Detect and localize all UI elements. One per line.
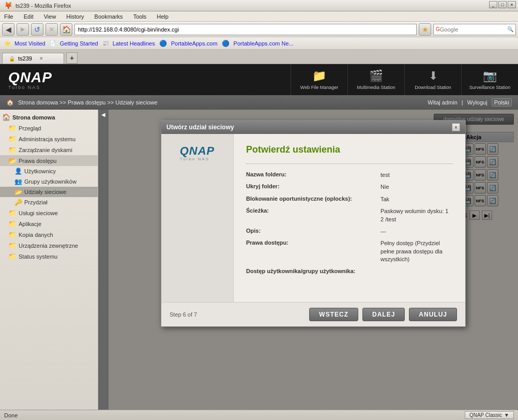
back-button[interactable]: ◀	[2, 23, 14, 36]
menu-bookmarks[interactable]: Bookmarks	[93, 12, 125, 21]
form-label-hide: Ukryj folder:	[246, 183, 380, 191]
search-input[interactable]	[440, 26, 507, 33]
nav-download-station[interactable]: ⬇ Download Station	[404, 64, 461, 95]
sidebar-network-services-label: Usługi sieciowe	[19, 210, 58, 216]
qnap-subtitle: Turbo NAS	[8, 85, 52, 90]
sidebar-item-admin[interactable]: 📁 Administracja systemu	[0, 133, 98, 144]
qnap-logo-area: QNAP Turbo NAS	[8, 69, 52, 90]
tab-title: ts239	[18, 55, 32, 62]
sidebar-item-groups[interactable]: 👥 Grupy użytkowników	[0, 176, 98, 187]
modal-close-button[interactable]: ×	[452, 123, 460, 131]
qnap-logo: QNAP	[8, 69, 52, 85]
form-row-oplocks: Blokowanie oportunistyczne (oplocks): Ta…	[246, 196, 453, 203]
home-icon: 🏠	[6, 99, 14, 106]
modal-logo-area: QNAP Turbo NAS	[180, 144, 215, 161]
modal-heading: Potwierdź ustawienia	[246, 144, 453, 155]
sidebar-item-users[interactable]: 👤 Użytkownicy	[0, 166, 98, 176]
stop-button[interactable]: ✕	[45, 23, 58, 36]
cancel-button[interactable]: ANULUJ	[409, 308, 457, 321]
topbar-logout[interactable]: Wyloguj	[467, 99, 487, 106]
new-tab-button[interactable]: +	[66, 52, 78, 64]
tab-favicon: 🔒	[9, 56, 15, 62]
modal-sidebar: QNAP Turbo NAS	[161, 134, 234, 302]
sidebar-item-apps[interactable]: 📁 Aplikacje	[0, 218, 98, 229]
topbar-language[interactable]: Polski	[492, 98, 512, 107]
menu-edit[interactable]: Edit	[22, 12, 36, 21]
home-folder-icon: 🏠	[2, 113, 10, 121]
nav-surveillance-station[interactable]: 📷 Surveillance Station	[461, 64, 518, 95]
form-row-hide: Ukryj folder: Nie	[246, 183, 453, 191]
sidebar-item-disks[interactable]: 📁 Zarządzanie dyskami	[0, 144, 98, 155]
sidebar-groups-label: Grupy użytkowników	[24, 178, 77, 185]
home-button[interactable]: 🏠	[60, 23, 72, 36]
tab-close-button[interactable]: ✕	[39, 56, 43, 61]
close-window-button[interactable]: ×	[508, 1, 516, 8]
bookmark-getting-started[interactable]: Getting Started	[60, 40, 98, 47]
modal-titlebar: Utwórz udział sieciowy ×	[161, 121, 465, 134]
bookmark-star-button[interactable]: ★	[419, 23, 431, 36]
nav-web-file-manager[interactable]: 📁 Web File Manager	[291, 64, 347, 95]
modal-body: QNAP Turbo NAS Potwierdź ustawienia Nazw…	[161, 134, 465, 302]
nav-download-station-label: Download Station	[415, 85, 451, 90]
sidebar-item-shares[interactable]: 📂 Udziały sieciowe	[0, 187, 98, 197]
url-input[interactable]	[78, 26, 413, 33]
sidebar-item-assign[interactable]: 🔑 Przydział	[0, 197, 98, 207]
shares-icon: 📂	[14, 188, 22, 196]
users-icon: 👤	[14, 168, 22, 175]
browser-tab[interactable]: 🔒 ts239 ✕	[2, 53, 64, 64]
create-share-modal: Utwórz udział sieciowy × QNAP Turbo NAS	[161, 120, 466, 327]
sidebar: 🏠 Strona domowa 📁 Przegląd 📁 Administrac…	[0, 110, 98, 410]
bookmark-latest-headlines[interactable]: Latest Headlines	[113, 40, 155, 47]
form-label-path: Ścieżka:	[246, 207, 380, 223]
menu-view[interactable]: View	[42, 12, 58, 21]
bookmark-portableapps2[interactable]: PortableApps.com Ne...	[234, 40, 294, 47]
form-row-rights: Prawa dostępu: Pełny dostęp (Przydziel p…	[246, 239, 453, 263]
bookmark-portableapps[interactable]: PortableApps.com	[171, 40, 218, 47]
search-icon[interactable]: 🔍	[507, 26, 513, 32]
menu-tools[interactable]: Tools	[131, 12, 149, 21]
classic-button[interactable]: QNAP Classic ▼	[465, 411, 514, 419]
classic-dropdown-icon: ▼	[504, 412, 509, 418]
form-label-oplocks: Blokowanie oportunistyczne (oplocks):	[246, 196, 380, 203]
sidebar-home-label: Strona domowa	[12, 114, 55, 121]
sidebar-users-label: Użytkownicy	[24, 168, 56, 174]
maximize-button[interactable]: □	[498, 1, 507, 8]
next-button[interactable]: DALEJ	[362, 308, 405, 321]
access-icon: 📂	[8, 157, 17, 164]
sidebar-devices-label: Urządzenia zewnętrzne	[19, 243, 78, 249]
nav-multimedia-station[interactable]: 🎬 Multimedia Station	[347, 64, 404, 95]
form-label-name: Nazwa folderu:	[246, 171, 380, 179]
admin-icon: 📁	[8, 135, 17, 143]
sidebar-item-home[interactable]: 🏠 Strona domowa	[0, 112, 98, 123]
form-row-desc: Opis: ---	[246, 228, 453, 235]
sidebar-item-overview[interactable]: 📁 Przegląd	[0, 123, 98, 133]
form-row-name: Nazwa folderu: test	[246, 171, 453, 179]
classic-label: QNAP Classic	[469, 412, 502, 418]
sidebar-item-access[interactable]: 📂 Prawa dostępu	[0, 155, 98, 166]
modal-logo: QNAP	[180, 144, 215, 158]
menu-help[interactable]: Help	[155, 12, 171, 21]
sidebar-collapse-button[interactable]: ◀	[98, 110, 109, 410]
network-services-icon: 📁	[8, 209, 17, 217]
form-value-hide: Nie	[380, 183, 389, 191]
sidebar-item-network-services[interactable]: 📁 Usługi sieciowe	[0, 207, 98, 218]
back-button[interactable]: WSTECZ	[309, 308, 358, 321]
portableapps-icon: 🔵	[159, 40, 167, 47]
reload-button[interactable]: ↺	[31, 23, 43, 36]
forward-button[interactable]: ▶	[17, 23, 29, 36]
form-row-path: Ścieżka: Paskowy wolumin dysku: 1 2 /tes…	[246, 207, 453, 223]
form-label-rights: Prawa dostępu:	[246, 239, 380, 263]
overview-icon: 📁	[8, 124, 17, 132]
menu-file[interactable]: File	[2, 12, 16, 21]
sidebar-item-devices[interactable]: 📁 Urządzenia zewnętrzne	[0, 240, 98, 251]
minimize-button[interactable]: _	[489, 1, 497, 8]
modal-divider	[246, 163, 453, 164]
menu-history[interactable]: History	[64, 12, 86, 21]
sidebar-item-backup[interactable]: 📁 Kopia danych	[0, 229, 98, 240]
sidebar-item-status[interactable]: 📁 Status systemu	[0, 251, 98, 262]
bookmark-most-visited[interactable]: Most Visited	[14, 40, 45, 47]
modal-footer: Step 6 of 7 WSTECZ DALEJ ANULUJ	[161, 302, 465, 326]
sidebar-apps-label: Aplikacje	[19, 221, 41, 227]
status-bar: Done QNAP Classic ▼	[0, 410, 518, 420]
topbar-user: Witaj admin	[428, 99, 457, 106]
